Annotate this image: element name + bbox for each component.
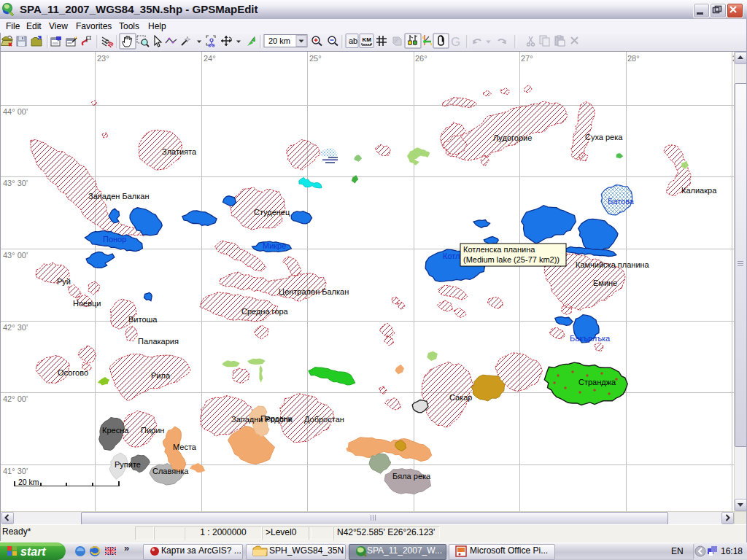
svg-text:ab: ab xyxy=(349,36,357,45)
svg-text:Камчийска планина: Камчийска планина xyxy=(576,260,650,269)
svg-text:Батова: Батова xyxy=(608,197,635,206)
svg-text:(Medium lake (25-77 km2)): (Medium lake (25-77 km2)) xyxy=(463,255,560,264)
svg-text:Лудогорие: Лудогорие xyxy=(493,133,532,142)
svg-text:Емине: Емине xyxy=(593,279,617,287)
svg-text:Калиакра: Калиакра xyxy=(681,186,717,195)
svg-text:Осогово: Осогово xyxy=(58,368,88,377)
svg-text:42° 30': 42° 30' xyxy=(3,323,28,332)
svg-text:Студенец: Студенец xyxy=(254,208,290,217)
svg-text:Рила: Рила xyxy=(151,371,171,380)
svg-text:Пирин: Пирин xyxy=(141,426,164,435)
svg-text:Добростан: Добростан xyxy=(304,415,344,424)
svg-text:28°: 28° xyxy=(627,54,640,63)
svg-text:G: G xyxy=(451,35,460,49)
svg-text:29°: 29° xyxy=(732,54,734,63)
svg-text:Микре: Микре xyxy=(263,241,286,250)
svg-text:26°: 26° xyxy=(415,54,427,63)
svg-text:Котленска планина: Котленска планина xyxy=(463,245,535,254)
svg-text:Витоша: Витоша xyxy=(128,315,158,324)
svg-text:42° 00': 42° 00' xyxy=(3,394,28,403)
svg-text:Странджа: Странджа xyxy=(578,378,616,386)
svg-text:start: start xyxy=(20,545,46,558)
svg-text:Славянка: Славянка xyxy=(152,467,189,475)
svg-text:Персенк: Персенк xyxy=(260,414,292,423)
svg-text:20 km: 20 km xyxy=(18,478,39,486)
svg-text:20 km: 20 km xyxy=(268,36,290,45)
svg-text:EN: EN xyxy=(671,546,684,556)
svg-text:25°: 25° xyxy=(309,54,322,63)
svg-text:24°: 24° xyxy=(204,54,216,63)
svg-text:»: » xyxy=(124,542,129,553)
svg-text:43° 30': 43° 30' xyxy=(3,179,28,187)
svg-text:Средна гора: Средна гора xyxy=(241,307,289,316)
svg-text:Ноевци: Ноевци xyxy=(73,299,101,308)
svg-text:27°: 27° xyxy=(521,54,533,63)
svg-text:Сакар: Сакар xyxy=(449,393,472,402)
svg-text:Бяла река: Бяла река xyxy=(392,472,431,481)
svg-text:41° 30': 41° 30' xyxy=(3,467,28,475)
svg-text:23°: 23° xyxy=(97,54,109,63)
svg-text:16:18: 16:18 xyxy=(721,546,743,556)
svg-text:Суха река: Суха река xyxy=(585,133,623,141)
svg-text:Места: Места xyxy=(173,443,197,451)
svg-text:Бакърлъка: Бакърлъка xyxy=(570,334,611,343)
svg-text:Западен Балкан: Западен Балкан xyxy=(88,192,150,201)
svg-text:Палакария: Палакария xyxy=(138,337,179,346)
svg-text:KM: KM xyxy=(363,36,372,43)
svg-text:Централен Балкан: Централен Балкан xyxy=(279,287,349,296)
svg-text:Кресна: Кресна xyxy=(102,426,129,435)
svg-text:Златията: Златията xyxy=(162,147,197,156)
svg-text:44° 00': 44° 00' xyxy=(3,107,28,116)
svg-text:Руй: Руй xyxy=(57,277,71,286)
svg-text:43° 00': 43° 00' xyxy=(3,251,28,260)
svg-text:Рупите: Рупите xyxy=(115,460,141,469)
svg-text:Понор: Понор xyxy=(103,235,126,244)
